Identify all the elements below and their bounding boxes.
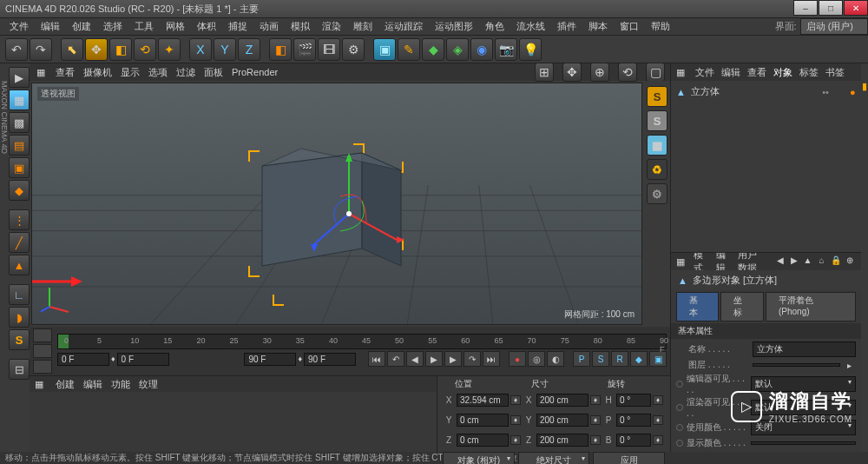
move-tool[interactable]: ✥ xyxy=(85,38,108,61)
om-tab-tags[interactable]: 标签 xyxy=(799,66,819,79)
axis-y[interactable]: Y xyxy=(214,38,236,61)
menu-render[interactable]: 渲染 xyxy=(316,20,347,33)
coord-H-rot[interactable] xyxy=(616,394,651,407)
object-name[interactable]: 立方体 xyxy=(691,85,720,98)
attr-编辑器可见[interactable]: 默认 xyxy=(751,376,856,392)
add-generator[interactable]: ◆ xyxy=(422,38,444,61)
axis-z[interactable]: Z xyxy=(238,38,260,61)
uv-points[interactable]: ◗ xyxy=(9,307,30,328)
tl-prev-icon[interactable]: ◀ xyxy=(406,351,424,367)
menu-edit[interactable]: 编辑 xyxy=(35,20,66,33)
attr-使用颜色[interactable]: 关闭 xyxy=(751,420,856,435)
coord-Y-size[interactable] xyxy=(536,414,589,427)
attr-subtab-coord[interactable]: 坐标 xyxy=(720,292,763,321)
object-mode[interactable]: ▣ xyxy=(9,157,30,178)
coord-Z-pos[interactable] xyxy=(457,434,509,447)
vp-toggle-icon[interactable]: ▢ xyxy=(646,63,665,82)
tl-rot-icon[interactable]: R xyxy=(611,351,628,367)
menu-help[interactable]: 帮助 xyxy=(645,20,676,33)
workplane-mode[interactable]: ▤ xyxy=(9,135,30,156)
viewport-solo[interactable]: ⊟ xyxy=(9,359,30,380)
coord-X-size[interactable] xyxy=(536,394,589,407)
gear-icon[interactable]: ⚙ xyxy=(647,183,667,204)
menu-create[interactable]: 创建 xyxy=(66,20,97,33)
vp-tab-view[interactable]: 查看 xyxy=(56,66,75,79)
attr-nav-fwd-icon[interactable]: ▶ xyxy=(788,255,800,268)
menu-pipeline[interactable]: 流水线 xyxy=(510,20,551,33)
coord-P-rot[interactable] xyxy=(616,414,651,427)
render-view[interactable]: ◧ xyxy=(269,38,292,61)
menu-character[interactable]: 角色 xyxy=(479,20,510,33)
vp-tab-panel[interactable]: 面板 xyxy=(204,66,223,79)
recycle-icon[interactable]: ♻ xyxy=(647,159,667,180)
vp-zoom-icon[interactable]: ⊕ xyxy=(590,63,609,82)
object-row-cube[interactable]: ▲ 立方体 •• ● xyxy=(674,84,858,99)
om-tab-object[interactable]: 对象 xyxy=(773,66,792,79)
om-tab-edit[interactable]: 编辑 xyxy=(721,66,740,79)
tl-key-icon[interactable] xyxy=(33,344,52,358)
menu-motiontrack[interactable]: 运动跟踪 xyxy=(378,20,429,33)
redo-button[interactable]: ↷ xyxy=(30,38,52,61)
tl-auto-icon[interactable] xyxy=(33,360,52,374)
tl-current-field[interactable] xyxy=(117,353,169,366)
add-environment[interactable]: ◉ xyxy=(470,38,493,61)
tl-param-icon[interactable]: ◆ xyxy=(630,351,648,367)
attr-图层[interactable] xyxy=(753,363,840,367)
tl-end2-field[interactable] xyxy=(304,353,356,366)
menu-mograph[interactable]: 运动图形 xyxy=(429,20,479,33)
tl-end-field[interactable] xyxy=(244,353,296,366)
add-deformer[interactable]: ◈ xyxy=(446,38,469,61)
tl-last-icon[interactable]: ⏭ xyxy=(483,351,500,367)
tl-play-icon[interactable]: ▶ xyxy=(425,351,443,367)
tl-nextkey-icon[interactable]: ↷ xyxy=(464,351,481,367)
minimize-button[interactable]: – xyxy=(793,0,818,16)
mat-tab-func[interactable]: 功能 xyxy=(111,378,130,391)
attr-渲染器可见[interactable]: 默认 xyxy=(751,400,856,415)
tl-next-icon[interactable]: ▶ xyxy=(444,351,462,367)
menu-sculpt[interactable]: 雕刻 xyxy=(347,20,378,33)
mat-tab-tex[interactable]: 纹理 xyxy=(139,378,158,391)
menu-plugins[interactable]: 插件 xyxy=(551,20,582,33)
right-side-handle[interactable]: ▮ xyxy=(861,63,868,452)
attr-lock-icon[interactable]: 🔒 xyxy=(830,255,842,268)
tweak-mode[interactable]: ∟ xyxy=(9,284,30,305)
tl-scale-icon[interactable]: S xyxy=(592,351,609,367)
tl-record-icon[interactable]: ● xyxy=(509,351,526,367)
coord-Z-size[interactable] xyxy=(536,434,589,447)
snap-3d-icon[interactable]: S xyxy=(647,86,667,107)
undo-button[interactable]: ↶ xyxy=(5,38,28,61)
vp-tab-display[interactable]: 显示 xyxy=(121,66,140,79)
viewport-perspective[interactable]: 透视视图 xyxy=(31,83,642,325)
menu-snap[interactable]: 捕捉 xyxy=(222,20,253,33)
attr-home-icon[interactable]: ⌂ xyxy=(816,255,828,268)
om-tab-file[interactable]: 文件 xyxy=(695,66,714,79)
axis-mode[interactable]: ◆ xyxy=(9,180,30,201)
coord-X-pos[interactable] xyxy=(457,394,509,407)
attr-名称[interactable]: 立方体 xyxy=(753,341,856,357)
tl-first-icon[interactable]: ⏮ xyxy=(368,351,385,367)
menu-mesh[interactable]: 网格 xyxy=(160,20,191,33)
menu-file[interactable]: 文件 xyxy=(3,20,35,33)
tl-start-field[interactable] xyxy=(57,353,109,366)
coord-Y-pos[interactable] xyxy=(457,414,509,427)
attr-显示颜色[interactable] xyxy=(751,441,856,445)
cube-object[interactable] xyxy=(223,136,414,325)
texture-mode[interactable]: ▩ xyxy=(9,112,30,133)
render-settings[interactable]: 🎞 xyxy=(318,38,340,61)
maximize-button[interactable]: □ xyxy=(819,0,843,16)
tl-prevkey-icon[interactable]: ↶ xyxy=(387,351,404,367)
picture-viewer[interactable]: ⚙ xyxy=(342,38,365,61)
vp-nav-icon[interactable]: ⊞ xyxy=(535,63,554,82)
om-tab-view[interactable]: 查看 xyxy=(747,66,766,79)
menu-window[interactable]: 窗口 xyxy=(614,20,645,33)
menu-select[interactable]: 选择 xyxy=(97,20,128,33)
tl-autokey-icon[interactable]: ◎ xyxy=(528,351,545,367)
om-tab-bookmarks[interactable]: 书签 xyxy=(825,66,845,79)
make-editable[interactable]: ▶ xyxy=(9,67,30,88)
attr-subtab-phong[interactable]: 平滑着色(Phong) xyxy=(766,292,856,321)
attr-new-icon[interactable]: ⊕ xyxy=(844,255,856,268)
menu-script[interactable]: 脚本 xyxy=(582,20,614,33)
coord-mode-object[interactable]: 对象 (相对) xyxy=(443,452,515,464)
edge-mode[interactable]: ╱ xyxy=(9,232,30,253)
workplane-icon[interactable]: ▦ xyxy=(647,135,667,156)
